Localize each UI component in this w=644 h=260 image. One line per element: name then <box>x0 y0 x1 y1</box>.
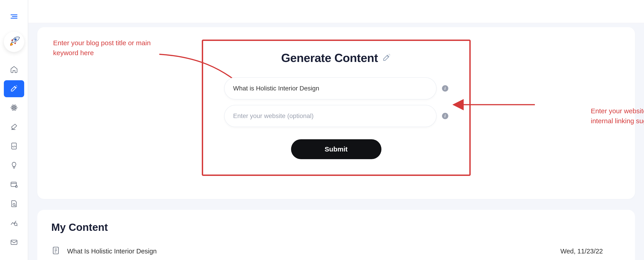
svg-point-11 <box>13 203 15 205</box>
svg-point-3 <box>14 39 16 41</box>
title-input[interactable] <box>224 77 436 100</box>
info-icon[interactable]: i <box>442 113 448 119</box>
sidebar-item-analytics[interactable] <box>4 215 24 232</box>
svg-point-4 <box>13 107 14 108</box>
menu-toggle[interactable] <box>10 13 18 22</box>
sidebar-item-code[interactable] <box>4 138 24 155</box>
card-settings-icon <box>10 180 18 189</box>
document-code-icon <box>10 142 18 151</box>
wand-icon <box>382 51 391 65</box>
sidebar-item-atom[interactable] <box>4 100 24 116</box>
info-icon[interactable]: i <box>442 85 448 92</box>
content-row[interactable]: What Is Holistic Interior Design Wed, 11… <box>51 244 621 259</box>
top-bar <box>28 0 644 23</box>
generate-content-card: Enter your blog post title or main keywo… <box>37 27 635 199</box>
svg-point-12 <box>14 223 17 226</box>
sidebar-item-content-gen[interactable] <box>4 80 24 97</box>
generate-panel: Generate Content i i Submit Enter your w… <box>202 40 471 176</box>
app-logo[interactable] <box>4 32 24 52</box>
website-input[interactable] <box>224 105 436 127</box>
wand-ruler-icon <box>10 84 18 93</box>
sidebar-item-highlight[interactable] <box>4 119 24 136</box>
my-content-card: My Content What Is Holistic Interior Des… <box>37 210 635 260</box>
sidebar-item-card[interactable] <box>4 176 24 193</box>
main-area: Enter your blog post title or main keywo… <box>28 0 644 260</box>
sidebar <box>0 0 28 260</box>
svg-rect-13 <box>11 240 17 245</box>
annotation-left: Enter your blog post title or main keywo… <box>53 38 175 58</box>
highlighter-icon <box>10 123 18 132</box>
content-row-date: Wed, 11/23/22 <box>560 247 621 255</box>
envelope-icon <box>10 238 18 247</box>
content-row-title: What Is Holistic Interior Design <box>67 247 156 255</box>
sidebar-item-idea[interactable] <box>4 157 24 174</box>
annotation-right: Enter your website to receive internal l… <box>591 106 644 126</box>
generate-title-text: Generate Content <box>281 51 378 65</box>
document-icon <box>51 246 60 256</box>
sidebar-item-home[interactable] <box>4 61 24 78</box>
submit-button[interactable]: Submit <box>291 139 382 159</box>
atom-icon <box>10 104 18 113</box>
chart-magnify-icon <box>10 219 18 228</box>
rocket-icon <box>8 36 20 48</box>
generate-title: Generate Content <box>281 51 391 65</box>
sidebar-item-doc-search[interactable] <box>4 196 24 212</box>
document-search-icon <box>10 200 18 209</box>
my-content-heading: My Content <box>51 221 621 233</box>
annotation-left-text: Enter your blog post title or main keywo… <box>53 39 151 57</box>
house-icon <box>10 65 18 74</box>
lightbulb-icon <box>10 161 18 170</box>
sidebar-item-envelope[interactable] <box>4 234 24 251</box>
annotation-right-text: Enter your website to receive internal l… <box>591 107 644 125</box>
